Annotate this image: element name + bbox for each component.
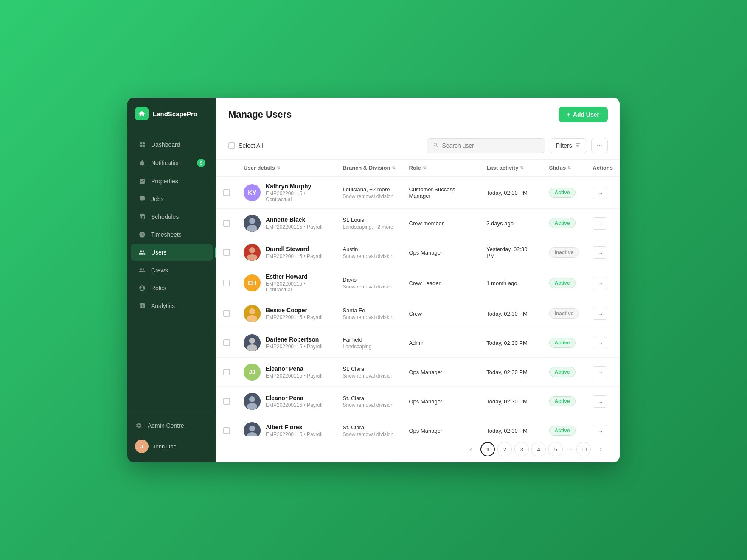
row-actions-button[interactable]: ···	[593, 246, 607, 259]
row-checkbox[interactable]	[223, 369, 230, 375]
page-5-button[interactable]: 5	[548, 442, 563, 456]
sidebar-item-roles[interactable]: Roles	[131, 280, 213, 297]
sidebar-item-analytics[interactable]: Analytics	[131, 297, 213, 314]
add-user-button[interactable]: + Add User	[559, 107, 608, 122]
th-role[interactable]: Role ⇅	[402, 160, 480, 176]
last-activity-cell: 3 days ago	[480, 209, 542, 238]
sidebar-label-properties: Properties	[151, 178, 178, 185]
sidebar-item-jobs[interactable]: Jobs	[131, 190, 213, 207]
sidebar-logo[interactable]: LandScapePro	[127, 98, 216, 130]
th-branch-division[interactable]: Branch & Division ⇅	[336, 160, 402, 176]
select-all-checkbox[interactable]	[228, 142, 235, 149]
search-input[interactable]	[442, 142, 539, 149]
user-avatar	[244, 422, 261, 436]
th-status[interactable]: Status ⇅	[542, 160, 586, 176]
branch-division-cell: Davis Snow removal division	[336, 267, 402, 299]
row-checkbox[interactable]	[223, 280, 230, 286]
sidebar-label-users: Users	[151, 249, 167, 256]
sort-icon-branch: ⇅	[392, 165, 395, 170]
th-user-details[interactable]: User details ⇅	[237, 160, 336, 176]
actions-cell: ···	[586, 238, 620, 267]
row-actions-button[interactable]: ···	[593, 366, 607, 378]
table-row: Darrell Steward EMP202200115 • Payroll A…	[216, 238, 620, 267]
branch-division-cell: Santa Fe Snow removal division	[336, 299, 402, 328]
sidebar-item-properties[interactable]: Properties	[131, 173, 213, 190]
table-row: Bessie Cooper EMP202200115 • Payroll San…	[216, 299, 620, 328]
sort-icon-user: ⇅	[277, 165, 280, 170]
row-checkbox[interactable]	[223, 339, 230, 346]
row-checkbox[interactable]	[223, 310, 230, 317]
row-actions-button[interactable]: ···	[593, 187, 607, 199]
branch-division-cell: Austin Snow removal division	[336, 238, 402, 267]
sidebar-item-dashboard[interactable]: Dashboard	[131, 136, 213, 153]
current-user-name: John Doe	[153, 443, 177, 450]
division: Snow removal division	[343, 253, 395, 259]
page-10-button[interactable]: 10	[576, 442, 591, 456]
branch: St. Clara	[343, 395, 395, 401]
notification-badge: 9	[197, 159, 205, 167]
select-all-label[interactable]: Select All	[239, 142, 263, 149]
user-name: Bessie Cooper	[266, 307, 323, 314]
last-activity: Today, 02:30 PM	[486, 398, 528, 405]
sidebar-admin-centre[interactable]: Admin Centre	[131, 417, 213, 434]
page-2-button[interactable]: 2	[497, 442, 512, 456]
notification-icon	[138, 159, 146, 167]
prev-page-button[interactable]: ‹	[463, 442, 478, 456]
row-actions-button[interactable]: ···	[593, 217, 607, 230]
user-details-cell: Bessie Cooper EMP202200115 • Payroll	[237, 299, 336, 328]
actions-cell: ···	[586, 358, 620, 387]
row-checkbox[interactable]	[223, 189, 230, 196]
row-actions-button[interactable]: ···	[593, 337, 607, 349]
row-checkbox[interactable]	[223, 249, 230, 256]
th-last-activity[interactable]: Last activity ⇅	[480, 160, 542, 176]
sidebar-item-notification[interactable]: Notification 9	[131, 154, 213, 172]
select-all-container: Select All	[228, 142, 263, 149]
logo-text: LandScapePro	[153, 110, 197, 118]
page-3-button[interactable]: 3	[514, 442, 529, 456]
table-row: EH Esther Howard EMP202200115 • Contract…	[216, 267, 620, 299]
sidebar-item-schedules[interactable]: Schedules	[131, 208, 213, 225]
pagination-dots: ···	[565, 446, 574, 453]
status-badge: Active	[549, 367, 576, 377]
user-profile[interactable]: J John Doe	[131, 435, 213, 457]
last-activity-cell: Today, 02:30 PM	[480, 328, 542, 358]
user-avatar	[244, 215, 261, 232]
table-row: Albert Flores EMP202200115 • Payroll St.…	[216, 416, 620, 436]
sidebar-nav: Dashboard Notification 9 Properties	[127, 130, 216, 412]
sidebar-item-crews[interactable]: Crews	[131, 262, 213, 279]
user-emp: EMP202200115 • Payroll	[266, 344, 323, 350]
jobs-icon	[138, 195, 146, 203]
role: Ops Manager	[409, 428, 442, 434]
status-cell: Inactive	[542, 238, 586, 267]
sidebar-label-notification: Notification	[151, 160, 180, 166]
actions-cell: ···	[586, 209, 620, 238]
row-checkbox[interactable]	[223, 220, 230, 227]
row-checkbox[interactable]	[223, 398, 230, 405]
last-activity-cell: Today, 02:30 PM	[480, 416, 542, 436]
row-checkbox[interactable]	[223, 427, 230, 434]
user-emp: EMP202200115 • Contractual	[266, 190, 329, 202]
row-actions-button[interactable]: ···	[593, 425, 607, 436]
row-actions-button[interactable]: ···	[593, 395, 607, 408]
page-4-button[interactable]: 4	[531, 442, 546, 456]
role-cell: Crew	[402, 299, 480, 328]
admin-icon	[135, 422, 143, 429]
division: Snow removal division	[343, 373, 395, 379]
sort-icon-role: ⇅	[423, 165, 426, 170]
row-actions-button[interactable]: ···	[593, 308, 607, 320]
row-actions-button[interactable]: ···	[593, 277, 607, 289]
actions-cell: ···	[586, 328, 620, 358]
page-1-button[interactable]: 1	[480, 442, 495, 456]
sidebar-item-timesheets[interactable]: Timesheets	[131, 226, 213, 243]
filters-button[interactable]: Filters	[550, 138, 587, 153]
svg-rect-0	[140, 142, 142, 144]
next-page-button[interactable]: ›	[593, 442, 608, 456]
more-options-button[interactable]: ···	[591, 138, 608, 153]
user-name: Annette Black	[266, 216, 323, 223]
svg-rect-3	[143, 145, 145, 147]
last-activity: Today, 02:30 PM	[486, 369, 528, 375]
actions-cell: ···	[586, 267, 620, 299]
last-activity: 1 month ago	[486, 280, 517, 286]
sidebar-item-users[interactable]: Users	[131, 244, 213, 261]
branch: Davis	[343, 277, 395, 283]
